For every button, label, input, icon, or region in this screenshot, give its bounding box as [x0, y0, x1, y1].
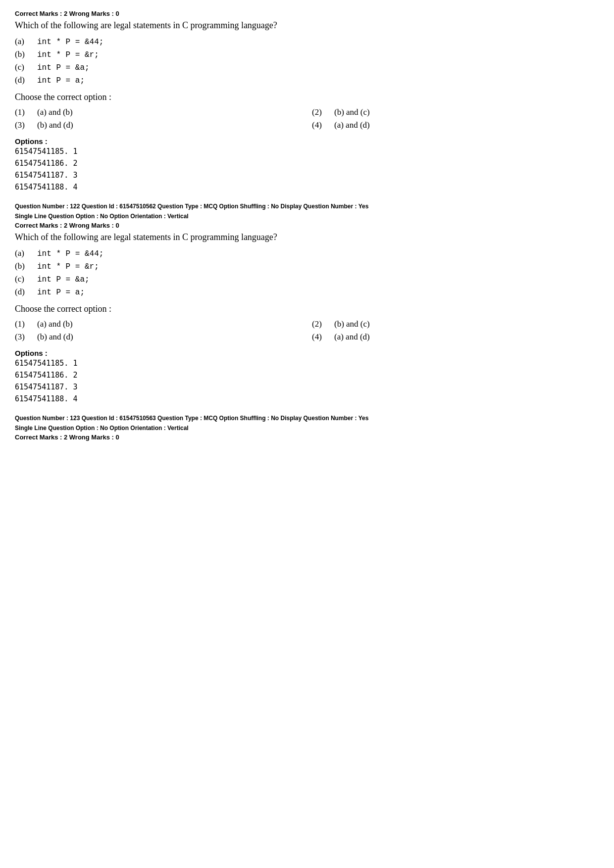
option-label-a-2: (a) — [15, 248, 37, 258]
option-b-1: (b) int * P = &r; — [15, 49, 599, 59]
answer-val-4-2: (a) and (d) — [334, 332, 370, 342]
answer-grid-1: (1) (a) and (b) (2) (b) and (c) (3) (b) … — [15, 107, 599, 130]
question-block-3: Question Number : 123 Question Id : 6154… — [15, 414, 599, 441]
answer-val-2-2: (b) and (c) — [334, 319, 370, 329]
option-text-d-2: int P = a; — [37, 288, 85, 297]
option-text-b-2: int * P = &r; — [37, 262, 99, 271]
options-list-item-2-2: 61547541186. 2 — [15, 369, 599, 381]
options-section-2: Options : 61547541185. 1 61547541186. 2 … — [15, 349, 599, 405]
answer-num-3-1: (3) — [15, 120, 37, 130]
options-section-1: Options : 61547541185. 1 61547541186. 2 … — [15, 137, 599, 193]
answer-1-1: (1) (a) and (b) — [15, 107, 302, 117]
option-text-a-1: int * P = &44; — [37, 38, 103, 47]
answer-num-2-2: (2) — [312, 319, 334, 329]
meta-line-2-1: Question Number : 122 Question Id : 6154… — [15, 202, 599, 211]
option-label-b-1: (b) — [15, 49, 37, 59]
options-label-1: Options : — [15, 137, 599, 145]
answer-val-1-1: (a) and (b) — [37, 107, 73, 117]
marks-line-2: Correct Marks : 2 Wrong Marks : 0 — [15, 222, 599, 229]
option-text-a-2: int * P = &44; — [37, 249, 103, 258]
marks-line-3: Correct Marks : 2 Wrong Marks : 0 — [15, 434, 599, 441]
option-label-c-1: (c) — [15, 62, 37, 72]
answer-val-3-2: (b) and (d) — [37, 332, 73, 342]
answer-grid-2: (1) (a) and (b) (2) (b) and (c) (3) (b) … — [15, 319, 599, 342]
option-a-2: (a) int * P = &44; — [15, 248, 599, 258]
choose-text-1: Choose the correct option : — [15, 92, 599, 102]
answer-num-1-1: (1) — [15, 107, 37, 117]
answer-num-2-1: (2) — [312, 107, 334, 117]
option-label-c-2: (c) — [15, 274, 37, 284]
answer-3-1: (3) (b) and (d) — [15, 120, 302, 130]
option-a-1: (a) int * P = &44; — [15, 37, 599, 47]
answer-2-1: (2) (b) and (c) — [312, 107, 599, 117]
answer-num-1-2: (1) — [15, 319, 37, 329]
option-d-2: (d) int P = a; — [15, 287, 599, 297]
question-block-2: Question Number : 122 Question Id : 6154… — [15, 202, 599, 405]
options-list-item-1-4: 61547541188. 4 — [15, 181, 599, 193]
answer-1-2: (1) (a) and (b) — [15, 319, 302, 329]
answer-num-4-1: (4) — [312, 120, 334, 130]
option-c-2: (c) int P = &a; — [15, 274, 599, 284]
answer-4-1: (4) (a) and (d) — [312, 120, 599, 130]
option-text-b-1: int * P = &r; — [37, 50, 99, 59]
meta-line-2-2: Single Line Question Option : No Option … — [15, 212, 599, 221]
options-list-1: 61547541185. 1 61547541186. 2 6154754118… — [15, 145, 599, 193]
options-label-2: Options : — [15, 349, 599, 357]
option-b-2: (b) int * P = &r; — [15, 261, 599, 271]
option-label-a-1: (a) — [15, 37, 37, 47]
answer-num-4-2: (4) — [312, 332, 334, 342]
options-list-item-2-4: 61547541188. 4 — [15, 393, 599, 405]
question-text-1: Which of the following are legal stateme… — [15, 20, 599, 31]
marks-line-1: Correct Marks : 2 Wrong Marks : 0 — [15, 10, 599, 17]
answer-3-2: (3) (b) and (d) — [15, 332, 302, 342]
option-label-b-2: (b) — [15, 261, 37, 271]
choose-text-2: Choose the correct option : — [15, 304, 599, 314]
question-block-1: Correct Marks : 2 Wrong Marks : 0 Which … — [15, 10, 599, 193]
option-c-1: (c) int P = &a; — [15, 62, 599, 72]
option-text-c-2: int P = &a; — [37, 275, 90, 284]
options-list-item-1-1: 61547541185. 1 — [15, 145, 599, 157]
options-list-item-2-1: 61547541185. 1 — [15, 357, 599, 369]
option-label-d-2: (d) — [15, 287, 37, 297]
options-list-2: 61547541185. 1 61547541186. 2 6154754118… — [15, 357, 599, 405]
answer-val-4-1: (a) and (d) — [334, 120, 370, 130]
answer-2-2: (2) (b) and (c) — [312, 319, 599, 329]
answer-val-3-1: (b) and (d) — [37, 120, 73, 130]
meta-line-3-1: Question Number : 123 Question Id : 6154… — [15, 414, 599, 423]
option-text-c-1: int P = &a; — [37, 63, 90, 72]
option-text-d-1: int P = a; — [37, 76, 85, 85]
option-label-d-1: (d) — [15, 75, 37, 85]
answer-val-2-1: (b) and (c) — [334, 107, 370, 117]
options-list-item-2-3: 61547541187. 3 — [15, 381, 599, 393]
options-list-item-1-2: 61547541186. 2 — [15, 157, 599, 169]
options-list-item-1-3: 61547541187. 3 — [15, 169, 599, 181]
answer-val-1-2: (a) and (b) — [37, 319, 73, 329]
answer-num-3-2: (3) — [15, 332, 37, 342]
option-d-1: (d) int P = a; — [15, 75, 599, 85]
meta-line-3-2: Single Line Question Option : No Option … — [15, 424, 599, 433]
answer-4-2: (4) (a) and (d) — [312, 332, 599, 342]
question-text-2: Which of the following are legal stateme… — [15, 232, 599, 242]
